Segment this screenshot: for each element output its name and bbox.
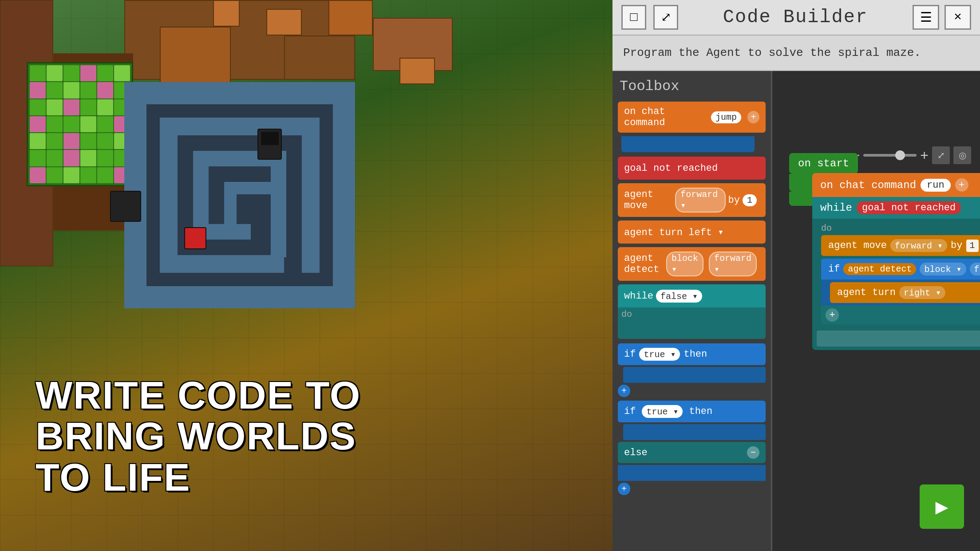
fit-view-button[interactable]: ⤢ [932, 146, 950, 164]
window-icon[interactable]: □ [621, 5, 646, 30]
expand-icon[interactable]: ⤢ [653, 5, 678, 30]
block-on-chat-command[interactable]: on chat command jump + [618, 102, 766, 133]
chat-command-block[interactable]: on chat command run + [812, 173, 980, 197]
chat-cmd-label: on chat command [820, 179, 916, 191]
crop [30, 65, 46, 81]
building-detail2 [266, 9, 302, 35]
chat-pill: jump [711, 111, 741, 123]
character-player [184, 227, 206, 249]
play-button[interactable] [920, 484, 964, 529]
building-side [284, 35, 355, 80]
crop [63, 133, 79, 149]
start-block-label: on start [789, 153, 858, 174]
crop [63, 150, 79, 166]
agent-move-text: agent move [828, 240, 887, 251]
crop [97, 82, 113, 98]
crop [63, 82, 79, 98]
if-detect-block-canvas[interactable]: if agent detect block ▾ forward ▾ then [821, 259, 980, 279]
zoom-in-button[interactable]: + [920, 147, 929, 164]
building-detail [213, 0, 240, 27]
by-text: by [951, 240, 962, 251]
block-agent-detect-block[interactable]: agent detect block ▾ forward ▾ [618, 247, 766, 281]
building-top2 [328, 0, 373, 35]
crop [80, 65, 96, 81]
block-text: agent move [624, 189, 672, 211]
overlay-line1: WRITE CODE TO [36, 375, 361, 416]
center-button[interactable]: ◎ [953, 146, 971, 164]
true-pill2: true ▾ [642, 405, 683, 418]
else-minus[interactable]: − [747, 446, 759, 459]
move-num: 1 [966, 240, 979, 252]
forward-pill: forward ▾ [675, 188, 725, 213]
block-text: agent detect [624, 253, 664, 275]
list-view-button[interactable]: ☰ [913, 5, 939, 30]
add-button[interactable]: + [747, 111, 759, 123]
maze-wall [333, 82, 355, 308]
maze-wall-inner [160, 118, 320, 135]
crop [47, 133, 63, 149]
toolbox-label: Toolbox [618, 78, 766, 94]
crop [30, 99, 46, 115]
crop [30, 150, 46, 166]
crop [114, 65, 130, 81]
zoom-thumb[interactable] [895, 150, 905, 160]
block-text: goal not reached [624, 163, 718, 174]
start-connector [789, 174, 816, 192]
crop [63, 116, 79, 132]
while-block-canvas[interactable]: while goal not reached [812, 197, 980, 219]
minecraft-scene: WRITE CODE TO BRING WORLDS TO LIFE [0, 0, 612, 551]
block-agent-move-forward[interactable]: agent move forward ▾ by 1 [618, 183, 766, 217]
block-while[interactable]: while false ▾ [618, 284, 766, 307]
crop [47, 82, 63, 98]
block-connector [621, 136, 755, 152]
agent-move-block-canvas[interactable]: agent move forward ▾ by 1 [821, 235, 980, 256]
crop [30, 116, 46, 132]
maze-wall-core [224, 182, 237, 233]
if-else-plus[interactable]: + [618, 483, 630, 495]
maze-wall-inner [160, 118, 178, 255]
overlay-line3: TO LIFE [36, 457, 361, 498]
block-text: agent turn left ▾ [624, 226, 723, 238]
building-top [160, 27, 231, 89]
crop [30, 82, 46, 98]
block-pill: block ▾ [666, 252, 703, 276]
crop [97, 167, 113, 183]
block-if-true-then-else[interactable]: if true ▾ then [618, 401, 766, 422]
code-canvas[interactable]: − + ⤢ ◎ on start on chat c [772, 71, 980, 551]
zoom-slider[interactable] [863, 154, 917, 157]
crop [97, 116, 113, 132]
do-label-canvas: do [821, 221, 980, 235]
right-arrow-pill: right ▾ [899, 286, 945, 299]
crop [97, 150, 113, 166]
while-label-canvas: while [820, 202, 852, 214]
maze-wall [124, 82, 355, 104]
character-agent [257, 129, 282, 160]
crop [80, 150, 96, 166]
block-dropdown-pill[interactable]: block ▾ [920, 263, 966, 276]
chat-add-button[interactable]: + [955, 178, 968, 192]
agent-turn-text: agent turn [837, 287, 896, 298]
if-body2 [623, 424, 766, 440]
crop [80, 82, 96, 98]
run-pill: run [921, 179, 951, 192]
agent-turn-block-canvas[interactable]: agent turn right ▾ [830, 282, 980, 303]
maze-wall [124, 286, 355, 308]
crop [97, 65, 113, 81]
then-label2: then [689, 406, 712, 417]
title-controls: ☰ × [913, 5, 971, 30]
block-if-true-then[interactable]: if true ▾ then [618, 343, 766, 365]
close-button[interactable]: × [944, 5, 971, 30]
maze-wall-inner2 [193, 151, 209, 240]
block-else[interactable]: else − [618, 442, 766, 463]
if-label: if [624, 349, 636, 360]
overlay-text: WRITE CODE TO BRING WORLDS TO LIFE [36, 375, 361, 498]
window-title: Code Builder [678, 7, 913, 28]
block-goal-not-reached[interactable]: goal not reached [618, 157, 766, 180]
goal-not-reached-pill: goal not reached [857, 201, 961, 214]
crop [80, 116, 96, 132]
forward-dropdown-pill[interactable]: forward ▾ [970, 263, 980, 276]
main-program-block[interactable]: on chat command run + while goal not rea… [812, 173, 980, 350]
if-add-circle[interactable]: + [826, 308, 839, 322]
if-plus-button[interactable]: + [618, 385, 630, 397]
block-agent-turn-left[interactable]: agent turn left ▾ [618, 220, 766, 244]
